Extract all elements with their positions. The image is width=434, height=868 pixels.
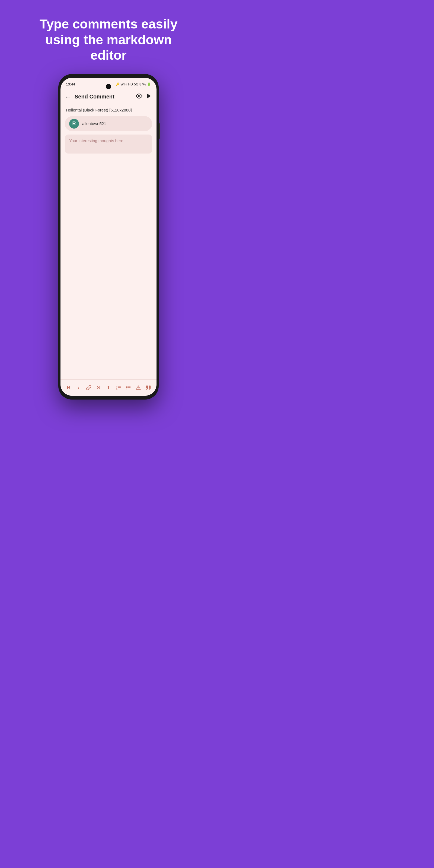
editor-main[interactable] <box>61 156 156 379</box>
markdown-toolbar: B I S T <box>61 379 156 396</box>
italic-button[interactable]: I <box>74 383 84 393</box>
signal-icon: 🔑 <box>116 83 120 86</box>
comment-placeholder: Your interesting thoughts here <box>69 138 123 143</box>
username: allentown521 <box>82 121 106 126</box>
phone-mockup: 13:44 🔑 WiFi HD 5G 87% 🔋 ← Send Comment <box>58 74 159 400</box>
wifi-icon: WiFi <box>121 83 127 86</box>
battery-text: 87% <box>140 83 146 86</box>
hd-badge: HD <box>128 83 133 86</box>
send-button[interactable] <box>146 93 152 101</box>
phone-screen: 13:44 🔑 WiFi HD 5G 87% 🔋 ← Send Comment <box>61 78 156 396</box>
user-avatar: R <box>69 119 79 129</box>
phone-side-button <box>159 123 160 139</box>
strikethrough-button[interactable]: S <box>94 383 103 393</box>
heading-button[interactable]: T <box>104 383 113 393</box>
preview-button[interactable] <box>136 93 143 101</box>
phone-shell: 13:44 🔑 WiFi HD 5G 87% 🔋 ← Send Comment <box>58 74 159 400</box>
back-button[interactable]: ← <box>65 93 71 101</box>
battery-icon: 🔋 <box>147 83 151 86</box>
svg-point-0 <box>138 95 140 97</box>
camera-notch <box>106 84 111 89</box>
svg-marker-1 <box>147 94 151 98</box>
hero-heading: Type comments easily using the markdown … <box>23 0 194 74</box>
svg-point-13 <box>126 389 127 390</box>
user-chip: R allentown521 <box>65 116 152 131</box>
app-bar: ← Send Comment <box>61 89 156 105</box>
unordered-list-button[interactable] <box>123 383 133 393</box>
5g-badge: 5G <box>134 83 138 86</box>
bold-button[interactable]: B <box>64 383 73 393</box>
comment-input-area[interactable]: Your interesting thoughts here <box>65 134 152 154</box>
status-time: 13:44 <box>66 82 75 86</box>
svg-point-12 <box>126 388 127 388</box>
warning-button[interactable] <box>133 383 143 393</box>
link-button[interactable] <box>84 383 94 393</box>
svg-point-11 <box>126 386 127 387</box>
ordered-list-button[interactable]: 1. 2. 3. <box>114 383 123 393</box>
status-icons: 🔑 WiFi HD 5G 87% 🔋 <box>116 83 151 86</box>
screen-title: Send Comment <box>74 94 133 100</box>
post-title: Höllental (Black Forest) [5120x2880] <box>61 105 156 116</box>
svg-text:3.: 3. <box>116 388 118 390</box>
quote-button[interactable] <box>144 383 153 393</box>
